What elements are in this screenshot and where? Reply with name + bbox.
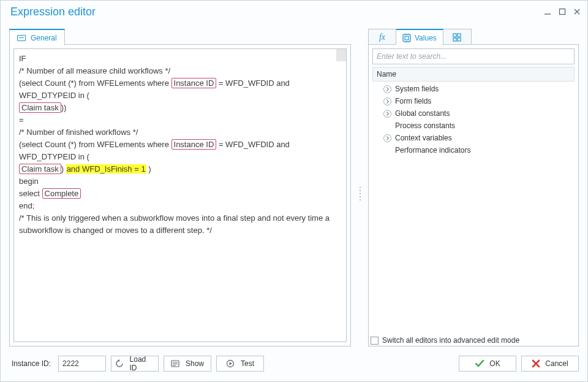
test-button[interactable]: Test	[216, 356, 264, 372]
editor-line: Claim task) and WFD_IsFinish = 1 )	[19, 163, 341, 175]
tree-item-global-constants[interactable]: Global constants	[372, 107, 575, 120]
show-button[interactable]: Show	[164, 356, 211, 372]
instance-id-input[interactable]: 2222	[58, 356, 106, 372]
refresh-icon	[115, 359, 124, 368]
tag-instance-id[interactable]: Instance ID	[172, 139, 217, 150]
tree-item-performance-indicators[interactable]: Performance indicators	[372, 144, 575, 156]
check-icon	[475, 359, 484, 368]
left-tabstrip: General	[9, 28, 351, 45]
editor-line: IF	[19, 53, 341, 65]
dialog-actions: OK Cancel	[459, 356, 579, 372]
svg-rect-1	[560, 9, 565, 15]
expression-editor-window: Expression editor General	[0, 0, 588, 382]
body: General IF /* Number of all measure chil…	[9, 28, 579, 373]
instance-id-label: Instance ID:	[9, 359, 53, 368]
left-pane: General IF /* Number of all measure chil…	[9, 28, 351, 373]
tab-functions[interactable]: fx	[368, 29, 396, 45]
svg-rect-14	[458, 38, 461, 41]
editor-line: /* Number of finished workflows */	[19, 126, 341, 139]
tree-item-context-variables[interactable]: Context variables	[372, 132, 575, 144]
form-icon	[17, 35, 26, 41]
expand-icon[interactable]	[383, 110, 391, 118]
tag-claim-task[interactable]: Claim task	[19, 164, 61, 174]
fx-icon: fx	[379, 32, 385, 42]
window-title: Expression editor	[10, 6, 96, 18]
right-footer: Switch all editors into advanced edit mo…	[368, 354, 579, 373]
right-pane: fx Values	[368, 28, 579, 373]
tag-claim-task[interactable]: Claim task	[19, 102, 61, 113]
list-icon	[171, 359, 179, 368]
tab-values-label: Values	[415, 34, 437, 42]
left-tab-content: IF /* Number of all measure child workfl…	[9, 44, 351, 346]
tree-item-form-fields[interactable]: Form fields	[372, 95, 575, 107]
highlight: and WFD_IsFinish = 1	[66, 164, 146, 174]
editor-line: select Complete	[19, 188, 341, 200]
titlebar: Expression editor	[1, 1, 587, 23]
cross-icon	[532, 359, 540, 368]
expand-icon[interactable]	[383, 85, 391, 93]
tree: System fields Form fields Global constan…	[372, 83, 575, 156]
advanced-mode-checkbox-row[interactable]: Switch all editors into advanced edit mo…	[369, 336, 519, 345]
tab-general[interactable]: General	[9, 29, 65, 45]
right-tab-content: Enter text to search... Name System fiel…	[368, 44, 579, 346]
ok-button[interactable]: OK	[459, 356, 516, 372]
editor-line: begin	[19, 175, 341, 188]
editor-line: (select Count (*) from WFELements where …	[19, 139, 341, 163]
close-button[interactable]	[573, 7, 581, 16]
checkbox-icon[interactable]	[371, 337, 379, 345]
tree-item-process-constants[interactable]: Process constants	[372, 120, 575, 132]
tab-general-label: General	[31, 34, 57, 42]
svg-rect-9	[403, 34, 410, 42]
window-controls	[543, 7, 581, 16]
tag-instance-id[interactable]: Instance ID	[172, 78, 217, 88]
editor-line: /* Number of all measure child workflows…	[19, 65, 341, 77]
expand-icon[interactable]	[383, 134, 391, 142]
svg-rect-10	[405, 36, 409, 40]
editor-line: (select Count (*) from WFELements where …	[19, 77, 341, 102]
svg-rect-11	[453, 34, 456, 37]
expression-editor[interactable]: IF /* Number of all measure child workfl…	[13, 48, 347, 342]
editor-line: /* This is only triggered when a subwork…	[19, 212, 331, 237]
tree-header[interactable]: Name	[372, 67, 575, 82]
maximize-button[interactable]	[558, 7, 567, 16]
minimize-button[interactable]	[543, 7, 552, 16]
search-input[interactable]: Enter text to search...	[372, 48, 575, 64]
tab-values[interactable]: Values	[396, 29, 443, 45]
cancel-button[interactable]: Cancel	[521, 356, 579, 372]
editor-line: Claim task))	[19, 102, 341, 114]
tag-complete[interactable]: Complete	[42, 188, 81, 199]
tab-objects[interactable]	[443, 29, 472, 45]
left-footer: Instance ID: 2222 Load ID Show	[9, 354, 351, 373]
values-icon	[402, 34, 411, 42]
advanced-mode-label: Switch all editors into advanced edit mo…	[382, 336, 519, 345]
play-icon	[226, 359, 235, 368]
expand-icon[interactable]	[383, 97, 391, 105]
editor-line: =	[19, 114, 341, 126]
load-id-button[interactable]: Load ID	[111, 356, 159, 372]
svg-rect-12	[458, 34, 461, 37]
right-tabstrip: fx Values	[368, 28, 579, 45]
editor-line: end;	[19, 200, 341, 212]
grid-icon	[453, 33, 461, 42]
svg-rect-13	[453, 38, 456, 41]
tree-item-system-fields[interactable]: System fields	[372, 83, 575, 95]
splitter-handle[interactable]	[358, 187, 362, 201]
scrollbar-thumb[interactable]	[336, 49, 346, 61]
